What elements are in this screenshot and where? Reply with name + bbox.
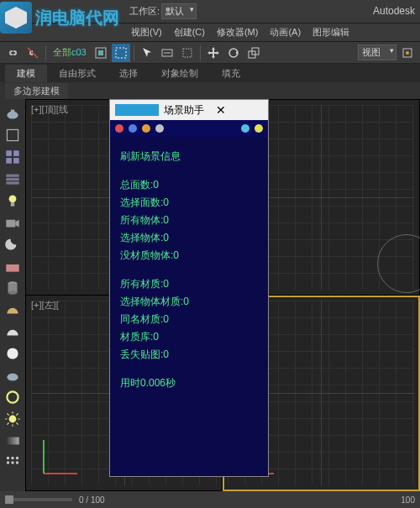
camera-icon[interactable] <box>3 213 22 232</box>
selected-objects: 选择物体:0 <box>120 230 258 245</box>
select-rect-icon[interactable] <box>178 44 197 62</box>
move-icon[interactable] <box>204 44 223 62</box>
svg-point-33 <box>7 457 9 459</box>
svg-rect-21 <box>11 202 14 206</box>
rotate-icon[interactable] <box>224 44 243 62</box>
selected-faces: 选择面数:0 <box>120 195 258 210</box>
dialog-titlebar[interactable]: 场景助手 ✕ <box>110 100 268 120</box>
grid-icon[interactable] <box>3 148 22 166</box>
svg-point-37 <box>11 461 13 463</box>
separator <box>200 45 201 60</box>
layers-icon[interactable] <box>3 170 22 188</box>
tool-dot-6[interactable] <box>255 124 263 133</box>
menu-create[interactable]: 创建(C) <box>169 24 210 40</box>
workspace-label: 工作区: <box>129 5 160 18</box>
frame-indicator: 0 / 100 <box>79 495 105 505</box>
sphere-white-icon[interactable] <box>3 344 22 363</box>
cylinder-icon[interactable] <box>3 279 22 297</box>
viewport-label-top[interactable]: [+][顶][线 <box>31 103 68 116</box>
close-icon[interactable]: ✕ <box>213 103 263 117</box>
ref-coord-combo[interactable]: 视图 <box>358 45 396 60</box>
tool-dot-4[interactable] <box>155 124 164 133</box>
dialog-icon <box>115 104 159 116</box>
svg-point-36 <box>7 461 9 463</box>
menu-view[interactable]: 视图(V) <box>126 24 167 40</box>
svg-rect-4 <box>183 49 192 57</box>
total-faces: 总面数:0 <box>120 177 258 192</box>
svg-point-20 <box>9 195 17 202</box>
title-bar: 工作区: 默认 Autodesk <box>0 0 420 24</box>
dots-icon[interactable] <box>3 453 22 472</box>
workspace-combo[interactable]: 默认 <box>161 3 197 19</box>
clapper-icon[interactable] <box>3 257 22 275</box>
teapot-icon[interactable] <box>3 104 22 123</box>
svg-point-29 <box>7 374 18 381</box>
select-name-icon[interactable] <box>158 44 176 62</box>
all-materials: 所有材质:0 <box>120 276 258 291</box>
tool-dot-5[interactable] <box>241 124 249 133</box>
tool-dot-2[interactable] <box>129 124 137 133</box>
dialog-title: 场景助手 <box>164 103 207 118</box>
axis-x <box>44 473 77 474</box>
tab-selection[interactable]: 选择 <box>108 65 150 82</box>
menu-modifier[interactable]: 修改器(M) <box>212 24 264 40</box>
viewport-label-left[interactable]: [+][左][ <box>31 299 59 312</box>
svg-rect-17 <box>6 175 18 177</box>
svg-rect-1 <box>98 50 103 55</box>
tab-object-paint[interactable]: 对象绘制 <box>150 65 210 82</box>
light-icon[interactable] <box>3 191 22 210</box>
tab-freeform[interactable]: 自由形式 <box>47 65 108 82</box>
all-objects: 所有物体:0 <box>120 212 258 228</box>
svg-rect-24 <box>6 260 18 264</box>
unlink-icon[interactable] <box>24 44 42 62</box>
teapot2-icon[interactable] <box>3 366 22 385</box>
svg-point-30 <box>7 391 18 402</box>
dialog-toolbar <box>110 120 268 137</box>
left-toolbar <box>0 99 25 491</box>
tab-populate[interactable]: 填充 <box>210 65 252 82</box>
material-library: 材质库:0 <box>120 329 258 344</box>
svg-rect-19 <box>6 181 18 184</box>
svg-rect-22 <box>6 220 15 228</box>
tool-dot-1[interactable] <box>115 124 123 133</box>
svg-rect-16 <box>13 158 19 164</box>
scale-icon[interactable] <box>244 44 263 62</box>
select-filter-icon[interactable] <box>92 44 110 62</box>
menu-graphics[interactable]: 图形编辑 <box>307 24 354 40</box>
gradient-icon[interactable] <box>3 432 22 450</box>
tab-modeling[interactable]: 建模 <box>5 65 47 82</box>
nomaterial-objects: 没材质物体:0 <box>120 248 258 263</box>
selected-materials: 选择物体材质:0 <box>120 294 258 309</box>
tool-dot-3[interactable] <box>142 124 150 133</box>
svg-point-28 <box>7 348 18 359</box>
filter-all-text[interactable]: 全部c03 <box>50 46 90 59</box>
menu-animation[interactable]: 动画(A) <box>265 24 306 40</box>
missing-textures: 丢失贴图:0 <box>120 347 258 362</box>
app-brand: Autodesk <box>373 5 415 17</box>
select-window-icon[interactable] <box>112 44 130 62</box>
refresh-scene-info: 刷新场景信息 <box>120 149 258 164</box>
time-slider[interactable] <box>5 498 72 501</box>
svg-point-10 <box>7 112 18 119</box>
link-icon[interactable] <box>3 44 22 62</box>
separator <box>45 45 46 60</box>
svg-point-9 <box>406 51 409 55</box>
box-icon[interactable] <box>3 126 22 144</box>
svg-rect-14 <box>13 150 19 156</box>
svg-rect-23 <box>6 264 18 272</box>
scene-helper-dialog: 场景助手 ✕ 刷新场景信息 总面数:0 选择面数:0 所有物体:0 选择物体:0… <box>109 99 269 477</box>
subtab-poly-modeling[interactable]: 多边形建模 <box>5 83 68 99</box>
dome-sand-icon[interactable] <box>3 301 22 319</box>
ribbon-tabs: 建模 自由形式 选择 对象绘制 填充 <box>0 64 420 82</box>
status-bar: 0 / 100 100 <box>0 491 420 508</box>
select-object-icon[interactable] <box>138 44 156 62</box>
circle-yellow-icon[interactable] <box>3 388 22 406</box>
sun-icon[interactable] <box>3 410 22 428</box>
dialog-body: 刷新场景信息 总面数:0 选择面数:0 所有物体:0 选择物体:0 没材质物体:… <box>110 137 268 476</box>
svg-rect-2 <box>116 48 126 58</box>
svg-rect-11 <box>11 110 14 113</box>
moon-icon[interactable] <box>3 235 22 254</box>
pivot-icon[interactable] <box>398 44 417 62</box>
svg-rect-13 <box>6 150 12 156</box>
dome-white-icon[interactable] <box>3 322 22 341</box>
